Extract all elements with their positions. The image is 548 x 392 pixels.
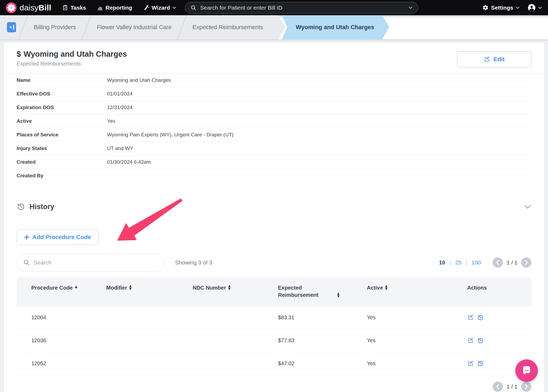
history-title: History bbox=[29, 203, 54, 211]
table-toolbar: Showing 3 of 3 10 | 25 | 100 1 / 1 bbox=[17, 254, 531, 271]
actions-cell bbox=[451, 314, 531, 321]
expected-reimbursement-cell: $83.31 bbox=[278, 314, 367, 321]
breadcrumb: ✳ Billing Providers Flower Valley Indust… bbox=[0, 15, 548, 39]
sort-icon: ▲▼ bbox=[385, 285, 387, 290]
page-size-separator: | bbox=[466, 259, 467, 266]
page-size-100[interactable]: 100 bbox=[471, 259, 481, 266]
detail-label: Expiration DOS bbox=[17, 105, 107, 110]
page-indicator: 1 / 1 bbox=[507, 259, 517, 266]
expected-reimbursement-cell: $47.02 bbox=[278, 360, 367, 367]
nav-item-label: Wizard bbox=[152, 5, 170, 11]
user-account-menu[interactable] bbox=[528, 4, 542, 12]
nav-item-settings[interactable]: Settings bbox=[482, 5, 520, 11]
main-content-card: $ Wyoming and Utah Charges Expected Reim… bbox=[4, 43, 544, 392]
breadcrumb-trail: ✳ Billing Providers Flower Valley Indust… bbox=[0, 15, 285, 39]
column-header-procedure-code[interactable]: Procedure Code ▲ bbox=[17, 284, 78, 291]
top-pagination: 1 / 1 bbox=[493, 258, 531, 268]
page-size-10[interactable]: 10 bbox=[439, 259, 445, 266]
history-collapse-chevron-icon[interactable] bbox=[524, 205, 531, 209]
detail-value: Wyoming and Utah Charges bbox=[107, 77, 531, 83]
breadcrumb-item-expected-reimbursements[interactable]: Expected Reimbursements bbox=[182, 15, 273, 39]
detail-value: 12/31/2024 bbox=[107, 105, 531, 110]
top-navbar: daisyBill Tasks Reporting bbox=[0, 0, 548, 15]
nav-item-label: Settings bbox=[491, 5, 513, 11]
edit-row-icon[interactable] bbox=[467, 360, 474, 367]
nav-item-wizard[interactable]: Wizard bbox=[143, 5, 177, 11]
previous-page-button[interactable] bbox=[493, 382, 503, 392]
chevron-down-icon bbox=[516, 6, 520, 9]
nav-item-reporting[interactable]: Reporting bbox=[97, 5, 132, 11]
edit-button[interactable]: Edit bbox=[457, 51, 531, 67]
search-dropdown-chevron-icon[interactable] bbox=[409, 6, 413, 9]
search-icon bbox=[191, 5, 196, 11]
detail-label: Active bbox=[17, 118, 107, 124]
procedure-codes-table: Procedure Code ▲ Modifier ▲▼ NDC Number … bbox=[17, 277, 531, 375]
table-search-input[interactable] bbox=[34, 259, 158, 266]
breadcrumb-item-billing-providers[interactable]: Billing Providers bbox=[24, 15, 86, 39]
row-history-icon[interactable] bbox=[477, 360, 484, 367]
sort-ascending-icon: ▲ bbox=[75, 285, 77, 288]
detail-row-injury-states: Injury States UT and WY bbox=[17, 142, 531, 155]
breadcrumb-home[interactable]: ✳ bbox=[0, 15, 23, 39]
table-search-bar[interactable] bbox=[17, 254, 164, 271]
procedure-code-cell: 12036 bbox=[17, 337, 106, 344]
page-header: $ Wyoming and Utah Charges Expected Reim… bbox=[4, 43, 544, 74]
page-size-separator: | bbox=[450, 259, 451, 266]
previous-page-button[interactable] bbox=[493, 258, 503, 268]
bottom-pagination: 1 / 1 bbox=[17, 382, 531, 392]
chevron-down-icon bbox=[538, 6, 542, 9]
detail-label: Created By bbox=[17, 173, 107, 179]
dollar-icon: $ bbox=[17, 50, 21, 59]
daisybill-logo[interactable]: daisyBill bbox=[6, 2, 51, 13]
column-header-expected-reimbursement[interactable]: Expected Reimbursement ▲▼ bbox=[278, 284, 340, 299]
page-size-selector: 10 | 25 | 100 bbox=[439, 259, 481, 266]
detail-value: 01/01/2024 bbox=[107, 91, 531, 97]
column-header-ndc-number[interactable]: NDC Number ▲▼ bbox=[193, 284, 254, 291]
page-subtitle: Expected Reimbursements bbox=[17, 61, 127, 67]
detail-label: Name bbox=[17, 77, 107, 83]
clipboard-check-icon bbox=[62, 5, 68, 11]
column-header-active[interactable]: Active ▲▼ bbox=[367, 284, 428, 291]
daisy-flower-icon bbox=[6, 2, 17, 13]
nav-item-label: Tasks bbox=[71, 5, 86, 11]
actions-cell bbox=[451, 337, 531, 344]
edit-row-icon[interactable] bbox=[467, 337, 474, 344]
history-section-header: History bbox=[4, 197, 544, 216]
chat-launcher-button[interactable] bbox=[515, 359, 538, 382]
page-indicator: 1 / 1 bbox=[507, 383, 517, 390]
column-header-modifier[interactable]: Modifier ▲▼ bbox=[106, 284, 168, 291]
brand-name: daisyBill bbox=[20, 3, 51, 12]
row-history-icon[interactable] bbox=[477, 314, 484, 321]
breadcrumb-item-flower-valley[interactable]: Flower Valley Industrial Care bbox=[87, 15, 182, 39]
active-cell: Yes bbox=[367, 314, 451, 321]
nav-item-label: Reporting bbox=[106, 5, 132, 11]
expected-reimbursement-cell: $77.83 bbox=[278, 337, 367, 344]
detail-value: 01/30/2024 6:42am bbox=[107, 159, 531, 165]
next-page-button[interactable] bbox=[521, 382, 531, 392]
procedure-code-cell: 12004 bbox=[17, 314, 106, 321]
detail-value: Wyoming Pain Experts (WY), Urgent Care -… bbox=[107, 132, 531, 138]
details-list: Name Wyoming and Utah Charges Effective … bbox=[4, 74, 544, 183]
detail-row-active: Active Yes bbox=[17, 114, 531, 128]
column-header-actions: Actions bbox=[451, 284, 513, 291]
nav-item-tasks[interactable]: Tasks bbox=[62, 5, 86, 11]
detail-label: Created bbox=[17, 159, 107, 165]
global-search-bar[interactable] bbox=[185, 2, 418, 14]
detail-label: Effective DOS bbox=[17, 91, 107, 97]
row-history-icon[interactable] bbox=[477, 337, 484, 344]
sort-icon: ▲▼ bbox=[129, 285, 132, 290]
sort-icon: ▲▼ bbox=[337, 292, 340, 298]
detail-row-created-by: Created By bbox=[17, 169, 531, 183]
history-icon bbox=[17, 202, 25, 211]
add-procedure-code-button[interactable]: Add Procedure Code bbox=[17, 229, 98, 245]
table-row: 12052 $47.02 Yes bbox=[17, 352, 531, 375]
next-page-button[interactable] bbox=[521, 258, 531, 268]
plus-icon bbox=[24, 235, 29, 240]
detail-row-name: Name Wyoming and Utah Charges bbox=[17, 74, 531, 87]
page-size-25[interactable]: 25 bbox=[455, 259, 461, 266]
table-header-row: Procedure Code ▲ Modifier ▲▼ NDC Number … bbox=[17, 277, 531, 306]
user-avatar-icon bbox=[528, 4, 536, 12]
edit-row-icon[interactable] bbox=[467, 314, 474, 321]
active-cell: Yes bbox=[367, 337, 451, 344]
global-search-input[interactable] bbox=[200, 5, 405, 11]
